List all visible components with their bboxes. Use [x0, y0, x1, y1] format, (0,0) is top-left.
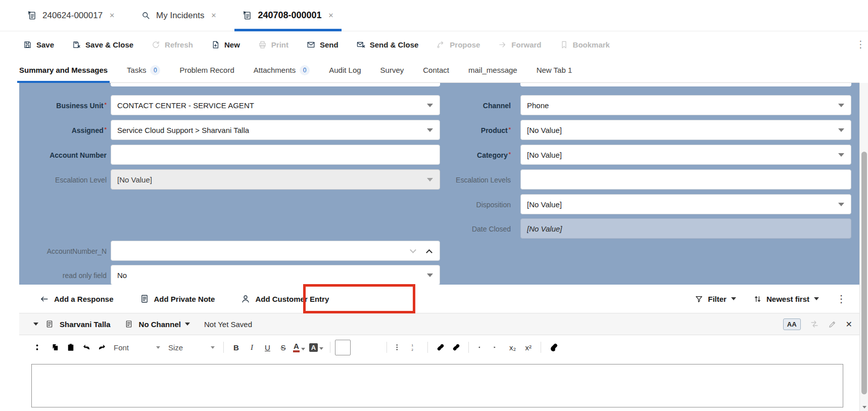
new-button[interactable]: New	[211, 40, 240, 49]
tab-summary-and-messages[interactable]: Summary and Messages	[19, 58, 108, 82]
close-tab-icon[interactable]: ✕	[328, 12, 334, 19]
toolbar-divider	[427, 342, 428, 353]
propose-button[interactable]: Propose	[437, 40, 480, 49]
superscript-button[interactable]: x²	[520, 340, 536, 355]
copy-icon[interactable]	[47, 340, 63, 355]
font-family-dropdown[interactable]: Font	[114, 343, 160, 352]
send-and-close-button[interactable]: Send & Close	[357, 40, 419, 49]
message-overflow-icon[interactable]: ⋮	[836, 294, 846, 304]
bold-button[interactable]: B	[228, 340, 244, 355]
toolbar-divider	[223, 342, 224, 353]
outdent-icon[interactable]	[473, 340, 489, 355]
underline-button[interactable]: U	[260, 340, 275, 355]
escalation-levels-input[interactable]	[520, 169, 851, 190]
unlink-icon[interactable]	[448, 340, 464, 355]
close-tab-icon[interactable]: ✕	[211, 12, 216, 19]
pencil-icon[interactable]	[828, 320, 837, 329]
print-button[interactable]: Print	[258, 40, 288, 49]
text-color-button[interactable]: A	[293, 342, 305, 353]
translate-icon[interactable]	[810, 319, 819, 329]
window-tab-my-incidents[interactable]: My Incidents ✕	[133, 0, 224, 31]
highlight-annotation-box	[303, 284, 415, 313]
tab-problem-record[interactable]: Problem Record	[179, 58, 234, 82]
font-size-dropdown[interactable]: Size	[168, 343, 215, 352]
accountnumber-n-combo[interactable]	[111, 241, 440, 261]
disposition-select[interactable]: [No Value]	[520, 194, 851, 214]
window-tab-incident-240708[interactable]: 240708-000001 ✕	[234, 0, 342, 31]
message-body-textarea[interactable]	[31, 364, 843, 407]
tab-tasks[interactable]: Tasks0	[127, 58, 160, 82]
window-tab-incident-240624[interactable]: 240624-000017 ✕	[19, 0, 123, 31]
bullet-list-icon[interactable]	[392, 340, 407, 355]
font-size-toggle-button[interactable]: AA	[783, 318, 801, 330]
tab-contact[interactable]: Contact	[423, 58, 449, 82]
forward-button[interactable]: Forward	[498, 40, 541, 49]
close-tab-icon[interactable]: ✕	[109, 12, 115, 19]
scrollbar-thumb[interactable]	[861, 152, 867, 394]
forward-label: Forward	[511, 40, 541, 49]
strikethrough-button[interactable]: S	[275, 340, 291, 355]
category-label: Category*	[368, 151, 515, 159]
align-right-icon[interactable]	[366, 340, 382, 355]
chevron-down-icon[interactable]	[185, 323, 190, 326]
cut-icon[interactable]	[31, 340, 47, 355]
scrollbar-down-button[interactable]	[860, 403, 868, 411]
redo-icon[interactable]	[94, 340, 110, 355]
toolbar-overflow-icon[interactable]: ⋮	[856, 39, 865, 49]
channel-select[interactable]: Phone	[520, 95, 851, 115]
save-button[interactable]: Save	[23, 40, 54, 49]
align-center-icon[interactable]	[351, 340, 366, 355]
tab-label: mail_message	[468, 66, 517, 74]
tab-audit-log[interactable]: Audit Log	[329, 58, 361, 82]
tab-label: Audit Log	[329, 66, 361, 74]
add-private-note-button[interactable]: Add Private Note	[140, 294, 215, 303]
font-family-label: Font	[114, 343, 129, 352]
add-a-response-button[interactable]: Add a Response	[39, 294, 114, 304]
chevron-down-icon	[838, 153, 844, 157]
undo-icon[interactable]	[78, 340, 94, 355]
chevron-up-icon[interactable]	[426, 249, 432, 256]
sort-control[interactable]: Newest first	[753, 295, 819, 303]
forward-icon	[498, 40, 507, 49]
window-tab-label: 240708-000001	[258, 10, 321, 21]
align-left-icon[interactable]	[335, 340, 351, 355]
filter-control[interactable]: Filter	[695, 295, 736, 303]
entry-channel-select[interactable]: No Channel	[139, 320, 181, 329]
paste-icon[interactable]	[63, 340, 78, 355]
tab-attachments[interactable]: Attachments0	[254, 58, 310, 82]
vertical-scrollbar[interactable]	[859, 83, 868, 411]
incident-summary-form: Business Unit* CONTACT CENTER - SERVICE …	[19, 83, 859, 285]
tab-count-badge: 0	[150, 65, 160, 75]
indent-icon[interactable]	[489, 340, 505, 355]
send-close-icon	[357, 40, 365, 49]
tab-new-tab-1[interactable]: New Tab 1	[537, 58, 572, 82]
business-unit-label: Business Unit*	[19, 102, 111, 110]
bookmark-button[interactable]: Bookmark	[560, 40, 610, 49]
message-thread-action-bar: Add a Response Add Private Note Add Cust…	[19, 285, 859, 313]
fill-color-button[interactable]: A	[309, 343, 323, 352]
tab-label: Attachments	[254, 66, 296, 74]
save-and-close-button[interactable]: Save & Close	[72, 40, 133, 49]
italic-button[interactable]: I	[244, 340, 260, 355]
fill-color-icon: A	[309, 343, 318, 352]
refresh-button[interactable]: Refresh	[152, 40, 193, 49]
required-marker: *	[105, 126, 107, 132]
read-only-field-select[interactable]: No	[111, 265, 440, 285]
numbered-list-icon[interactable]: 12	[407, 340, 423, 355]
collapse-entry-icon[interactable]	[33, 323, 38, 326]
close-entry-icon[interactable]: ✕	[846, 319, 852, 329]
product-select[interactable]: [No Value]	[520, 120, 851, 140]
bookmark-icon	[560, 40, 568, 49]
subscript-button[interactable]: x₂	[505, 340, 520, 355]
link-icon[interactable]	[432, 340, 448, 355]
read-only-field-label: read only field	[19, 271, 111, 280]
tab-survey[interactable]: Survey	[380, 58, 404, 82]
arrow-left-icon	[39, 294, 49, 304]
category-select[interactable]: [No Value]	[520, 145, 851, 165]
send-button[interactable]: Send	[307, 40, 339, 49]
attachment-icon[interactable]	[546, 340, 561, 355]
tab-mail-message[interactable]: mail_message	[468, 58, 517, 82]
chevron-down-icon	[838, 128, 844, 132]
tab-label: Survey	[380, 66, 404, 74]
chevron-down-icon[interactable]	[410, 247, 416, 253]
